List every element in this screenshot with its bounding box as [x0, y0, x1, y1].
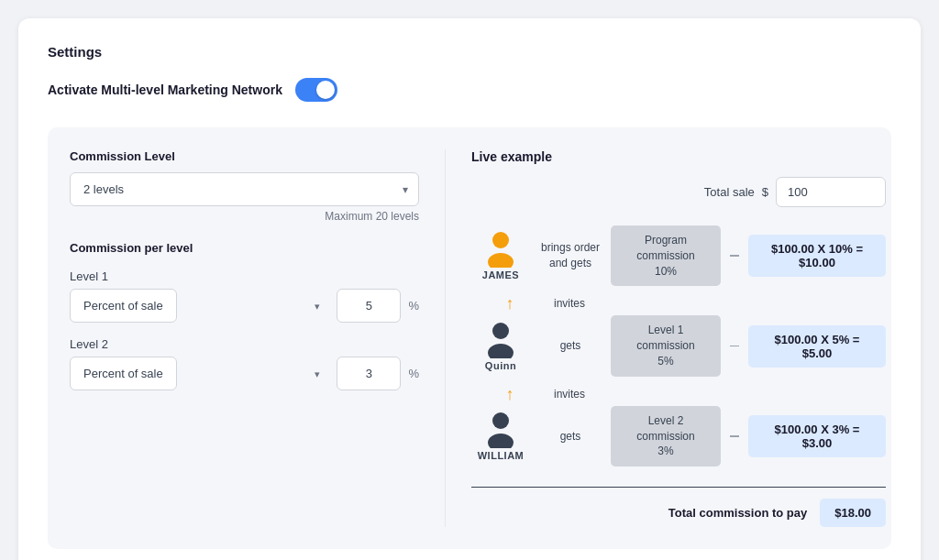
quinn-arrow-icon: ↑: [506, 295, 514, 312]
quinn-commission-pct: 5%: [622, 354, 710, 369]
commission-level-label: Commission Level: [70, 149, 419, 163]
toggle-row: Activate Multi-level Marketing Network: [48, 78, 891, 102]
max-levels-text: Maximum 20 levels: [70, 210, 419, 223]
svg-point-4: [492, 412, 509, 429]
main-grid: Commission Level 1 level 2 levels 3 leve…: [48, 127, 891, 549]
william-arrow-icon: ↑: [506, 386, 514, 402]
james-action: brings order and gets: [539, 240, 602, 271]
commission-level-select[interactable]: 1 level 2 levels 3 levels 4 levels 5 lev…: [70, 172, 419, 206]
james-row: JAMES brings order and gets Program comm…: [471, 225, 886, 286]
james-person-col: JAMES: [471, 231, 530, 280]
right-panel: Live example Total sale $ JAMES: [446, 149, 886, 527]
level1-label: Level 1: [70, 269, 419, 283]
william-name: WILLIAM: [478, 450, 525, 461]
total-commission-value: $18.00: [820, 499, 886, 527]
commission-per-level: Commission per level Level 1 Percent of …: [70, 241, 419, 390]
svg-point-1: [488, 253, 514, 268]
william-invites-label: invites: [554, 388, 585, 401]
william-person-col: WILLIAM: [471, 412, 530, 461]
quinn-icon: [484, 322, 517, 358]
james-connector: [730, 255, 739, 257]
william-icon: [484, 412, 517, 448]
svg-point-3: [488, 344, 514, 358]
level2-type-select[interactable]: Percent of sale Fixed amount: [70, 357, 177, 390]
william-commission-box: Level 2 commission 3%: [611, 406, 721, 467]
svg-point-5: [488, 434, 514, 448]
quinn-name: Quinn: [485, 360, 516, 371]
william-connector: [730, 435, 739, 437]
total-sale-label: Total sale: [704, 185, 755, 199]
james-name: JAMES: [482, 269, 519, 280]
total-sale-input[interactable]: [776, 177, 886, 207]
level2-percent-symbol: %: [408, 367, 419, 380]
level1-value-input[interactable]: [337, 289, 401, 323]
quinn-commission-box: Level 1 commission 5%: [611, 315, 721, 376]
total-sale-row: Total sale $: [471, 177, 886, 207]
commission-level-select-wrapper: 1 level 2 levels 3 levels 4 levels 5 lev…: [70, 172, 419, 206]
james-result: $100.00 X 10% = $10.00: [748, 235, 886, 277]
william-commission-pct: 3%: [622, 444, 710, 459]
william-commission-label: Level 2 commission: [622, 413, 710, 445]
william-action: gets: [539, 429, 602, 445]
quinn-invites-row: ↑ invites: [471, 295, 886, 312]
quinn-commission-label: Level 1 commission: [622, 323, 710, 354]
quinn-action: gets: [539, 338, 602, 354]
level2-label: Level 2: [70, 337, 419, 351]
james-commission-pct: 10%: [622, 264, 710, 280]
quinn-person-col: Quinn: [471, 322, 530, 371]
quinn-result: $100.00 X 5% = $5.00: [748, 325, 886, 368]
level2-value-input[interactable]: [337, 357, 401, 390]
svg-point-0: [492, 232, 509, 248]
left-panel: Commission Level 1 level 2 levels 3 leve…: [70, 149, 446, 527]
william-invites-row: ↑ invites: [471, 386, 886, 402]
total-commission-label: Total commission to pay: [668, 506, 807, 520]
level2-input-row: Percent of sale Fixed amount %: [70, 357, 419, 390]
quinn-row: Quinn gets Level 1 commission 5% $100.00…: [471, 315, 886, 376]
toggle-label: Activate Multi-level Marketing Network: [48, 82, 282, 97]
mlm-toggle[interactable]: [295, 78, 337, 102]
settings-card: Settings Activate Multi-level Marketing …: [18, 18, 921, 560]
james-commission-box: Program commission 10%: [611, 225, 721, 286]
page-title: Settings: [48, 44, 891, 60]
william-row: WILLIAM gets Level 2 commission 3% $100.…: [471, 406, 886, 467]
svg-point-2: [492, 323, 509, 339]
level1-input-row: Percent of sale Fixed amount %: [70, 289, 419, 323]
level1-percent-symbol: %: [408, 299, 419, 313]
dollar-sign: $: [762, 185, 768, 199]
quinn-connector: [730, 346, 739, 347]
commission-per-level-label: Commission per level: [70, 241, 419, 255]
total-commission-row: Total commission to pay $18.00: [471, 487, 886, 527]
level1-type-select[interactable]: Percent of sale Fixed amount: [70, 289, 177, 323]
james-commission-label: Program commission: [622, 233, 710, 264]
diagram: JAMES brings order and gets Program comm…: [471, 225, 886, 527]
level1-type-wrapper: Percent of sale Fixed amount: [70, 289, 329, 323]
live-example-title: Live example: [471, 149, 886, 164]
james-icon: [484, 231, 517, 268]
quinn-invites-label: invites: [554, 297, 585, 310]
william-result: $100.00 X 3% = $3.00: [748, 415, 886, 457]
level2-type-wrapper: Percent of sale Fixed amount: [70, 357, 329, 390]
